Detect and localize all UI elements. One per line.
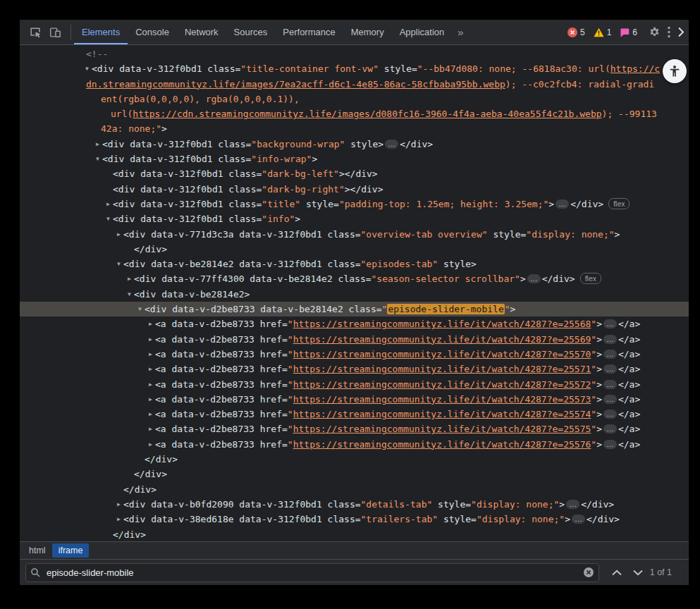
attribute-link[interactable]: https://streamingcommunityz.life/it/watc… [293, 349, 591, 359]
dom-tree-row[interactable]: ▶<div data-v-312f0bd1 class="title" styl… [20, 197, 689, 211]
dom-tree-row[interactable]: </div> [20, 452, 689, 467]
attribute-link[interactable]: https://c [610, 63, 660, 74]
dom-tree-row[interactable]: 42a: none;"> [20, 121, 689, 136]
inline-expand-icon[interactable]: … [603, 410, 617, 419]
attribute-link[interactable]: https://streamingcommunityz.life/it/watc… [293, 379, 591, 390]
collapse-arrow-icon[interactable]: ▼ [135, 302, 145, 316]
issues-badge[interactable]: 6 [620, 27, 637, 37]
flex-badge[interactable]: flex [608, 198, 630, 209]
expand-arrow-icon[interactable]: ▶ [146, 392, 155, 407]
collapse-arrow-icon[interactable]: ▼ [114, 257, 123, 271]
expand-arrow-icon[interactable]: ▶ [146, 437, 155, 452]
attribute-link[interactable]: https://streamingcommunityz.life/it/watc… [293, 439, 591, 450]
dom-tree-row[interactable]: </div> [20, 242, 689, 257]
inline-expand-icon[interactable]: … [603, 395, 617, 404]
attribute-link[interactable]: https://streamingcommunityz.life/it/watc… [293, 394, 591, 405]
accessibility-widget-button[interactable] [663, 59, 687, 83]
expand-arrow-icon[interactable]: ▶ [146, 422, 155, 436]
breadcrumb-item-iframe[interactable]: iframe [52, 543, 90, 558]
dom-tree-row[interactable]: url(https://cdn.streamingcommunityz.life… [20, 106, 689, 121]
expand-arrow-icon[interactable]: ▶ [146, 377, 155, 392]
expand-arrow-icon[interactable]: ▶ [146, 347, 155, 362]
tab-performance[interactable]: Performance [275, 20, 343, 44]
collapse-arrow-icon[interactable]: ▼ [93, 152, 102, 166]
inline-expand-icon[interactable]: … [555, 199, 569, 209]
inline-expand-icon[interactable]: … [603, 335, 617, 344]
flex-badge[interactable]: flex [580, 273, 601, 284]
expand-arrow-icon[interactable]: ▶ [93, 137, 102, 152]
dom-tree-row[interactable]: ▶<a data-v-d2be8733 href="https://stream… [20, 316, 689, 331]
dom-tree-row[interactable]: <!-- [20, 47, 689, 61]
inline-expand-icon[interactable]: … [603, 424, 617, 433]
expand-arrow-icon[interactable]: ▶ [104, 197, 113, 211]
dom-tree-row[interactable]: </div> [20, 482, 689, 497]
dom-tree-row[interactable]: <div data-v-312f0bd1 class="dark-bg-left… [20, 166, 689, 181]
breadcrumb-item-html[interactable]: html [23, 543, 52, 558]
expand-arrow-icon[interactable]: ▶ [146, 407, 155, 422]
dom-tree-row[interactable]: ▶<div data-v-771d3c3a data-v-312f0bd1 cl… [20, 227, 689, 242]
dom-tree-row[interactable]: ▼<div data-v-312f0bd1 class="info-wrap"> [20, 152, 689, 166]
collapse-arrow-icon[interactable]: ▼ [82, 61, 92, 76]
inspect-element-button[interactable] [25, 23, 45, 42]
dom-tree-row[interactable]: ▶<a data-v-d2be8733 href="https://stream… [20, 362, 689, 376]
dom-tree-row[interactable]: ▶<div data-v-312f0bd1 class="background-… [20, 137, 689, 152]
error-badge[interactable]: 5 [567, 27, 585, 37]
tab-application[interactable]: Application [392, 20, 453, 44]
dom-tree-row[interactable]: ent(rgba(0,0,0,0), rgba(0,0,0,0.1)), [20, 92, 689, 106]
attribute-link[interactable]: https://streamingcommunityz.life/it/watc… [293, 424, 591, 434]
inline-expand-icon[interactable]: … [603, 350, 617, 359]
dom-tree-row[interactable]: ▶<a data-v-d2be8733 href="https://stream… [20, 392, 689, 407]
inline-expand-icon[interactable]: … [603, 319, 617, 328]
dom-tree-row[interactable]: ▼<div data-v-312f0bd1 class="title-conta… [20, 61, 689, 76]
inline-expand-icon[interactable]: … [603, 364, 617, 374]
tab-memory[interactable]: Memory [343, 20, 392, 44]
dom-tree-row[interactable]: ▼<div data-v-d2be8733 data-v-be2814e2 cl… [20, 302, 689, 316]
dom-tree-row[interactable]: ▶<a data-v-d2be8733 href="https://stream… [20, 422, 689, 436]
dom-tree-row[interactable]: <div data-v-312f0bd1 class="dark-bg-righ… [20, 182, 689, 197]
search-input[interactable] [45, 567, 583, 579]
more-tabs-button[interactable]: » [452, 26, 469, 38]
expand-arrow-icon[interactable]: ▶ [125, 271, 134, 286]
inline-expand-icon[interactable]: … [603, 440, 617, 449]
attribute-link[interactable]: https://streamingcommunityz.life/it/watc… [293, 409, 591, 419]
dom-tree-row[interactable]: ▼<div data-v-312f0bd1 class="info"> [20, 211, 689, 226]
dom-tree-row[interactable]: ▶<a data-v-d2be8733 href="https://stream… [20, 347, 689, 362]
inline-expand-icon[interactable]: … [572, 515, 585, 524]
dom-tree-row[interactable]: ▶<a data-v-d2be8733 href="https://stream… [20, 437, 689, 452]
expand-arrow-icon[interactable]: ▶ [146, 332, 155, 347]
inline-expand-icon[interactable]: … [603, 380, 617, 389]
dom-tree-row[interactable]: </div> [20, 527, 689, 542]
dom-tree-row[interactable]: ▶<a data-v-d2be8733 href="https://stream… [20, 407, 689, 422]
device-toolbar-button[interactable] [45, 23, 65, 42]
settings-button[interactable] [649, 26, 661, 38]
dom-tree-row[interactable]: </div> [20, 467, 689, 481]
dom-tree-row[interactable]: ▼<div data-v-be2814e2 data-v-312f0bd1 cl… [20, 257, 689, 271]
attribute-link[interactable]: https://streamingcommunityz.life/it/watc… [293, 334, 591, 345]
expand-arrow-icon[interactable]: ▶ [146, 316, 155, 331]
previous-match-button[interactable] [612, 570, 622, 576]
dom-tree-row[interactable]: ▶<div data-v-b0fd2090 data-v-312f0bd1 cl… [20, 497, 689, 512]
attribute-link[interactable]: https://streamingcommunityz.life/it/watc… [293, 319, 591, 329]
clear-search-button[interactable] [583, 567, 594, 578]
attribute-link[interactable]: https://streamingcommunityz.life/it/watc… [293, 364, 591, 374]
collapse-arrow-icon[interactable]: ▼ [125, 287, 134, 302]
dom-tree-row[interactable]: ▶<div data-v-38ed618e data-v-312f0bd1 cl… [20, 512, 689, 527]
expand-panel-button[interactable] [677, 27, 684, 37]
devtools-menu-button[interactable] [668, 26, 670, 38]
dom-tree-row[interactable]: ▶<a data-v-d2be8733 href="https://stream… [20, 332, 689, 347]
expand-arrow-icon[interactable]: ▶ [114, 512, 123, 527]
inline-expand-icon[interactable]: … [527, 274, 541, 283]
collapse-arrow-icon[interactable]: ▼ [104, 211, 113, 226]
attribute-link[interactable]: https://cdn.streamingcommunityz.life/ima… [133, 109, 601, 119]
warning-badge[interactable]: 1 [594, 27, 612, 37]
search-input-wrap[interactable] [25, 563, 599, 582]
tab-network[interactable]: Network [177, 20, 226, 44]
expand-arrow-icon[interactable]: ▶ [114, 227, 123, 242]
expand-arrow-icon[interactable]: ▶ [114, 497, 123, 512]
tab-console[interactable]: Console [128, 20, 177, 44]
inline-expand-icon[interactable]: … [385, 140, 398, 149]
next-match-button[interactable] [633, 570, 643, 576]
tab-elements[interactable]: Elements [74, 20, 128, 44]
tab-sources[interactable]: Sources [226, 20, 276, 44]
dom-tree-row[interactable]: ▼<div data-v-be2814e2> [20, 287, 689, 302]
